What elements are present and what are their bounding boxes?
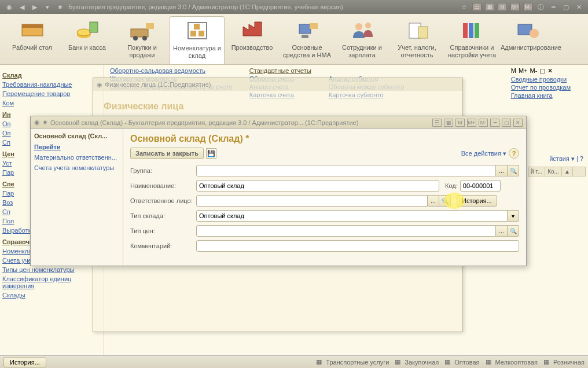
max-icon[interactable]: ▢ bbox=[561, 2, 571, 12]
sb-link[interactable]: Склады bbox=[2, 290, 101, 300]
select-btn[interactable]: ... bbox=[496, 165, 508, 176]
tab-assets[interactable]: Основные средства и НМА bbox=[280, 16, 335, 64]
dropdown-icon[interactable]: ▾ bbox=[508, 210, 519, 222]
side-menu-resp[interactable]: Материально ответственн... bbox=[34, 152, 119, 163]
side-menu-acc[interactable]: Счета учета номенклатуры bbox=[34, 163, 119, 173]
rpt-hdr: Стандартные отчеты bbox=[249, 67, 311, 74]
cal-icon[interactable]: ▦ bbox=[444, 119, 453, 127]
main-titlebar: ◉ ◀ ▶ ▾ ★ Бухгалтерия предприятия, редак… bbox=[0, 0, 588, 14]
label-name: Наименование: bbox=[130, 182, 194, 189]
nav-back[interactable]: ◀ bbox=[17, 2, 27, 12]
svg-rect-10 bbox=[190, 31, 196, 36]
nav-fwd[interactable]: ▶ bbox=[30, 2, 39, 12]
label-type: Тип склада: bbox=[130, 212, 194, 219]
tab-desktop[interactable]: Рабочий стол bbox=[5, 16, 60, 64]
tab-staff[interactable]: Сотрудники и зарплата bbox=[335, 16, 389, 64]
m-btn[interactable]: M bbox=[498, 3, 507, 11]
rpt-link[interactable]: Отчет по проводкам bbox=[511, 84, 571, 91]
sb-link[interactable]: Типы цен номенклатуры bbox=[2, 265, 101, 274]
resp-input[interactable] bbox=[196, 195, 428, 207]
svg-rect-11 bbox=[199, 31, 204, 36]
bg-actions[interactable]: йствия ▾ | ? bbox=[549, 155, 583, 163]
fav-icon[interactable]: ☆ bbox=[460, 2, 469, 12]
max-icon[interactable]: ▢ bbox=[502, 119, 511, 127]
close-icon[interactable]: ✕ bbox=[574, 2, 583, 12]
tab-tax[interactable]: Учет, налоги, отчетность bbox=[389, 16, 444, 64]
main-toolbar: Рабочий стол Банк и касса Покупки и прод… bbox=[0, 14, 588, 65]
calc-icon[interactable]: ☰ bbox=[432, 119, 442, 127]
comment-input[interactable] bbox=[196, 240, 519, 252]
label-price-type: Тип цен: bbox=[130, 227, 194, 234]
rpt-link[interactable]: Оборотно-сальдовая ведомость bbox=[110, 67, 232, 74]
status-item[interactable]: ▦Мелкооптовая bbox=[486, 358, 538, 366]
status-item[interactable]: ▦Оптовая bbox=[444, 358, 479, 366]
star-icon[interactable]: ★ bbox=[56, 2, 65, 12]
ghost-title: Физические лица (1С:Предприятие) bbox=[105, 81, 211, 88]
form-side-header: Основной склад (Скл... bbox=[34, 133, 119, 139]
label-comment: Комментарий: bbox=[130, 242, 194, 249]
svg-rect-12 bbox=[194, 24, 200, 30]
mminus-btn[interactable]: M- bbox=[523, 3, 532, 11]
svg-point-3 bbox=[77, 29, 91, 36]
group-input[interactable] bbox=[196, 165, 496, 176]
nav-dd[interactable]: ▾ bbox=[43, 2, 52, 12]
statusbar: История... ▦Транспортные услуги ▦Закупоч… bbox=[0, 355, 588, 368]
help-button[interactable]: ? bbox=[509, 148, 519, 159]
m-btn[interactable]: M bbox=[455, 119, 465, 127]
status-item[interactable]: ▦Транспортные услуги bbox=[316, 358, 389, 366]
type-input[interactable] bbox=[196, 210, 508, 222]
sb-link[interactable]: Требования-накладные bbox=[2, 80, 101, 89]
price-type-input[interactable] bbox=[196, 225, 496, 237]
tab-refs[interactable]: Справочники и настройки учета bbox=[444, 16, 499, 64]
app-title: Бухгалтерия предприятия, редакция 3.0 / … bbox=[68, 3, 456, 10]
code-input[interactable] bbox=[460, 180, 501, 192]
search-icon[interactable]: 🔍 bbox=[508, 225, 519, 237]
app-icon: ◉ bbox=[5, 2, 14, 12]
tab-bank[interactable]: Банк и касса bbox=[60, 16, 115, 64]
label-resp: Ответственное лицо: bbox=[130, 197, 194, 204]
tab-sales[interactable]: Покупки и продажи bbox=[115, 16, 170, 64]
star-icon[interactable]: ★ bbox=[42, 119, 48, 126]
calc-icon[interactable]: ☰ bbox=[472, 3, 482, 11]
all-actions-dd[interactable]: Все действия ▾ bbox=[461, 150, 506, 157]
info-icon[interactable]: ⓘ bbox=[536, 2, 545, 12]
name-input[interactable] bbox=[196, 180, 439, 192]
svg-rect-19 bbox=[418, 27, 428, 38]
min-icon[interactable]: ━ bbox=[490, 119, 499, 127]
save-close-button[interactable]: Записать и закрыть bbox=[130, 148, 204, 159]
select-btn[interactable]: ... bbox=[428, 195, 439, 207]
history-btn[interactable]: История... bbox=[3, 357, 46, 367]
sb-link[interactable]: Классификатор единиц измерения bbox=[2, 274, 101, 290]
mplus-btn[interactable]: M+ bbox=[467, 119, 476, 127]
svg-rect-14 bbox=[302, 35, 308, 38]
svg-point-6 bbox=[133, 36, 138, 41]
rpt-link[interactable]: Сводные проводки bbox=[511, 76, 571, 83]
svg-point-24 bbox=[530, 29, 539, 38]
min-icon[interactable]: ━ bbox=[549, 2, 558, 12]
svg-rect-21 bbox=[469, 23, 473, 38]
save-icon[interactable]: 💾 bbox=[206, 148, 216, 159]
history-button[interactable]: История... bbox=[457, 195, 497, 207]
svg-rect-4 bbox=[90, 22, 98, 32]
tab-admin[interactable]: Администрирование bbox=[499, 16, 554, 64]
sb-link[interactable]: Ком bbox=[2, 98, 101, 108]
svg-point-7 bbox=[142, 36, 147, 41]
close-icon[interactable]: ✕ bbox=[513, 119, 523, 127]
status-item[interactable]: ▦Закупочная bbox=[395, 358, 439, 366]
tab-stock[interactable]: Номенклатура и склад bbox=[170, 16, 225, 64]
select-btn[interactable]: ... bbox=[496, 225, 508, 237]
bg-table-header: й т...Ко...▲ bbox=[528, 167, 586, 176]
sb-link[interactable]: Перемещение товаров bbox=[2, 89, 101, 98]
status-item[interactable]: ▦Розничная bbox=[543, 358, 585, 366]
side-menu-goto[interactable]: Перейти bbox=[34, 142, 119, 152]
search-icon[interactable]: 🔍 bbox=[508, 165, 519, 176]
svg-rect-13 bbox=[299, 24, 311, 34]
search-icon[interactable]: 🔍 bbox=[439, 195, 451, 207]
tab-prod[interactable]: Производство bbox=[225, 16, 280, 64]
cal-icon[interactable]: ▦ bbox=[485, 3, 494, 11]
mplus-btn[interactable]: M+ bbox=[510, 3, 520, 11]
app-icon: ◉ bbox=[34, 119, 40, 126]
rpt-link[interactable]: Главная книга bbox=[511, 92, 571, 99]
sb-sec-0: Склад bbox=[2, 72, 101, 79]
mminus-btn[interactable]: M- bbox=[479, 119, 488, 127]
